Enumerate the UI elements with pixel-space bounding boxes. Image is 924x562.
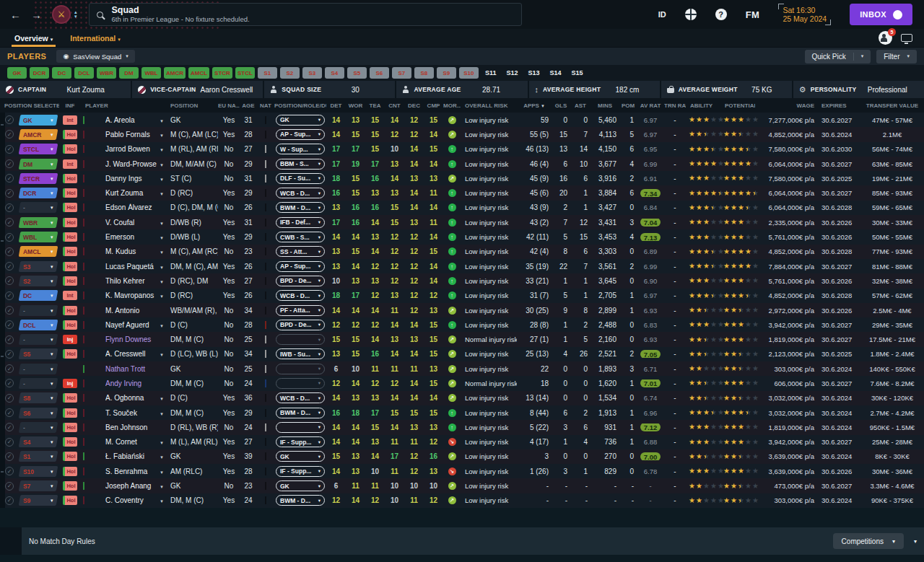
table-row[interactable]: ✓ S6▾ Hol T. Souček ▾ DM, M (C) Yes 29 B… (0, 405, 924, 420)
row-select-checkbox[interactable]: ✓ (5, 218, 14, 227)
player-name[interactable]: Ben Johnson (105, 423, 147, 431)
column-header[interactable]: TRN RAT (664, 102, 686, 109)
player-actions-chevron[interactable]: ▾ (160, 396, 163, 401)
row-select-checkbox[interactable]: ✓ (5, 291, 14, 300)
player-name[interactable]: A. Areola (105, 116, 135, 124)
column-header[interactable]: AGE (240, 102, 257, 109)
player-name[interactable]: K. Mavropanos (105, 291, 154, 299)
player-actions-chevron[interactable]: ▾ (160, 352, 163, 357)
role-duty-dropdown[interactable]: ▾ (276, 364, 325, 374)
player-name[interactable]: A. Cresswell (105, 350, 146, 358)
column-header[interactable]: INF (59, 102, 81, 109)
column-header[interactable]: ABILITY (686, 102, 720, 109)
player-actions-chevron[interactable]: ▾ (160, 279, 163, 284)
column-header[interactable]: POSITION SELECTED (0, 102, 59, 109)
role-duty-dropdown[interactable]: ▾ (276, 378, 325, 389)
position-selected-dropdown[interactable]: S7▾ (19, 480, 58, 491)
table-row[interactable]: ✓ WBR▾ Hol V. Coufal ▾ D/WB (R) Yes 31 I… (0, 215, 924, 229)
role-duty-dropdown[interactable]: IF - Supp...▾ (276, 436, 325, 447)
position-filter-button[interactable]: GK (7, 67, 27, 79)
row-select-checkbox[interactable]: ✓ (5, 394, 14, 403)
column-header[interactable]: EU NA... (218, 102, 240, 109)
player-name[interactable]: Flynn Downes (105, 335, 151, 343)
table-row[interactable]: ✓ S7▾ Hol Joseph Anang ▾ GK No 23 GK▾ 6 … (0, 478, 924, 493)
row-select-checkbox[interactable]: ✓ (5, 438, 14, 447)
position-selected-dropdown[interactable]: S4▾ (19, 436, 58, 447)
row-select-checkbox[interactable]: ✓ (5, 496, 14, 505)
player-actions-chevron[interactable]: ▾ (160, 177, 163, 182)
table-row[interactable]: ✓ S5▾ Hol A. Cresswell ▾ D (LC), WB (L) … (0, 347, 924, 361)
player-actions-chevron[interactable]: ▾ (160, 250, 163, 255)
column-header[interactable]: NAT (257, 102, 274, 109)
player-name[interactable]: Lucas Paquetá (105, 263, 154, 271)
table-row[interactable]: ✓ S9▾ Hol C. Coventry ▾ DM, M (C) Yes 24… (0, 493, 924, 508)
player-name[interactable]: Edson Álvarez (105, 203, 152, 211)
position-selected-dropdown[interactable]: STCR▾ (19, 173, 58, 184)
row-select-checkbox[interactable]: ✓ (5, 115, 14, 124)
column-header[interactable]: GLS (552, 102, 570, 109)
position-filter-button[interactable]: S5 (347, 67, 367, 79)
position-filter-button[interactable]: S1 (258, 67, 277, 79)
role-duty-dropdown[interactable]: W - Sup...▾ (276, 144, 325, 154)
player-name[interactable]: Danny Ings (105, 175, 142, 183)
position-selected-dropdown[interactable]: WBL▾ (19, 232, 58, 242)
player-name[interactable]: Ł. Fabiański (105, 452, 144, 460)
column-header[interactable]: CMP (424, 102, 443, 109)
column-header[interactable]: WOR (346, 102, 365, 109)
position-selected-dropdown[interactable]: S10▾ (19, 466, 58, 477)
position-filter-button[interactable]: DCL (74, 67, 94, 79)
table-row[interactable]: ✓ STCL▾ Hol Jarrod Bowen ▾ M (RL), AM (R… (0, 142, 924, 157)
position-filter-button[interactable]: WBR (97, 67, 116, 79)
column-header[interactable]: AST (570, 102, 590, 109)
row-select-checkbox[interactable]: ✓ (5, 189, 14, 198)
player-name[interactable]: Andy Irving (105, 379, 141, 387)
player-actions-chevron[interactable]: ▾ (160, 118, 163, 123)
role-duty-dropdown[interactable]: GK▾ (276, 115, 325, 126)
row-select-checkbox[interactable]: ✓ (5, 262, 14, 271)
table-row[interactable]: ✓ S1▾ Hol Ł. Fabiański ▾ GK Yes 39 GK▾ 1… (0, 449, 924, 464)
player-actions-chevron[interactable]: ▾ (160, 235, 163, 240)
player-actions-chevron[interactable]: ▾ (160, 221, 163, 226)
column-header[interactable]: POTENTIAL (720, 102, 755, 109)
table-row[interactable]: ✓ AMCL▾ Hol M. Kudus ▾ M (C), AM (RC),..… (0, 245, 924, 259)
table-row[interactable]: ✓ DC▾ Int K. Mavropanos ▾ D (RC) Yes 26 … (0, 289, 924, 303)
player-actions-chevron[interactable]: ▾ (160, 265, 163, 270)
position-selected-dropdown[interactable]: -▾ (19, 378, 58, 389)
row-select-checkbox[interactable]: ✓ (5, 350, 14, 359)
player-actions-chevron[interactable]: ▾ (160, 323, 163, 328)
row-select-checkbox[interactable]: ✓ (5, 247, 14, 256)
position-selected-dropdown[interactable]: S5▾ (19, 348, 58, 359)
position-selected-dropdown[interactable]: -▾ (19, 305, 58, 316)
position-selected-dropdown[interactable]: S9▾ (19, 495, 58, 506)
row-select-checkbox[interactable]: ✓ (5, 320, 14, 329)
player-actions-chevron[interactable]: ▾ (160, 499, 163, 504)
table-row[interactable]: ✓ S2▾ Hol Thilo Kehrer ▾ D (RC), DM Yes … (0, 273, 924, 288)
player-name[interactable]: T. Souček (105, 409, 137, 417)
table-row[interactable]: ✓ S8▾ Hol A. Ogbonna ▾ D (C) Yes 36 WCB … (0, 391, 924, 405)
position-selected-dropdown[interactable]: -▾ (19, 364, 58, 374)
position-filter-button[interactable]: DCR (30, 67, 49, 79)
role-duty-dropdown[interactable]: AP - Sup...▾ (276, 261, 325, 272)
position-filter-button[interactable]: AMCL (188, 67, 209, 79)
role-duty-dropdown[interactable]: BBM - S...▾ (276, 159, 325, 170)
position-filter-button[interactable]: DM (119, 67, 139, 79)
column-header[interactable]: AV RAT (637, 102, 664, 109)
fm-logo[interactable]: FM (746, 9, 760, 20)
column-header[interactable]: POSITION/ROLE/DUTY (274, 102, 326, 109)
position-filter-button[interactable]: S10 (459, 67, 479, 79)
role-duty-dropdown[interactable]: AP - Sup...▾ (276, 129, 325, 140)
row-select-checkbox[interactable]: ✓ (5, 130, 14, 139)
slot-label[interactable]: S14 (549, 69, 561, 76)
position-selected-dropdown[interactable]: S2▾ (19, 276, 58, 286)
position-selected-dropdown[interactable]: AMCL▾ (19, 246, 58, 257)
table-row[interactable]: ✓ DCR▾ Hol Kurt Zouma ▾ D (RC) Yes 29 WC… (0, 185, 924, 200)
manager-avatar-icon[interactable]: 5 (879, 31, 892, 45)
column-header[interactable]: TEA (365, 102, 385, 109)
role-duty-dropdown[interactable]: SS - Att...▾ (276, 246, 325, 257)
role-duty-dropdown[interactable]: BPD - De...▾ (276, 276, 325, 286)
table-row[interactable]: ✓ -▾ Hol Ben Johnson ▾ D (RL), WB (R) No… (0, 420, 924, 434)
club-crest-icon[interactable]: ⚔ (52, 5, 71, 24)
column-header[interactable]: POM (619, 102, 637, 109)
table-row[interactable]: ✓ S4▾ Hol M. Cornet ▾ M (L), AM (RL), S.… (0, 435, 924, 449)
player-name[interactable]: M. Cornet (105, 438, 137, 446)
